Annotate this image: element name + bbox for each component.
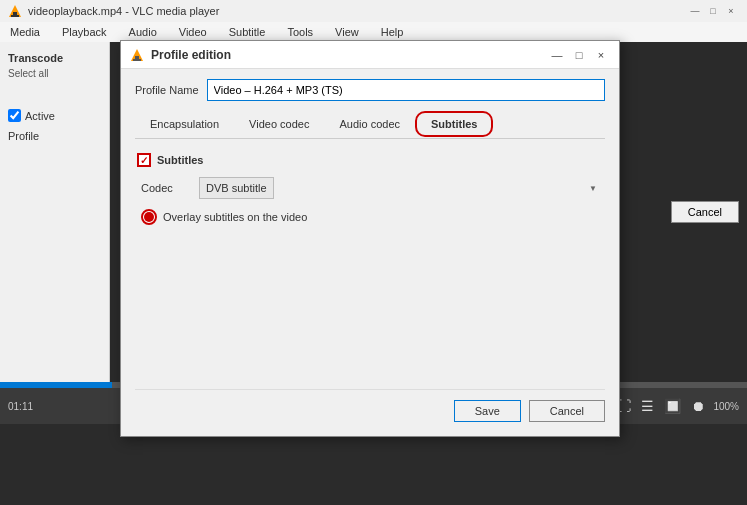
dialog-close-button[interactable]: × xyxy=(591,46,611,64)
svg-rect-2 xyxy=(11,15,19,17)
profile-name-input[interactable] xyxy=(207,79,605,101)
dialog-titlebar-controls: — □ × xyxy=(547,46,611,64)
tab-subtitles[interactable]: Subtitles xyxy=(415,111,493,137)
subtitles-tab-content: Subtitles Codec DVB subtitle xyxy=(135,149,605,229)
menu-audio[interactable]: Audio xyxy=(125,24,161,40)
vlc-sidebar: Transcode Select all Active Profile xyxy=(0,42,110,382)
vlc-volume-label: 100% xyxy=(713,401,739,412)
vlc-maximize-button[interactable]: □ xyxy=(705,3,721,19)
profile-name-label: Profile Name xyxy=(135,84,199,96)
codec-select-wrapper: DVB subtitle xyxy=(199,177,603,199)
codec-select[interactable]: DVB subtitle xyxy=(199,177,274,199)
dialog-title: Profile edition xyxy=(151,48,231,62)
svg-rect-5 xyxy=(133,59,141,61)
menu-subtitle[interactable]: Subtitle xyxy=(225,24,270,40)
sidebar-transcode-label: Transcode xyxy=(8,52,101,64)
playlist-button[interactable]: ☰ xyxy=(639,396,656,416)
overlay-label: Overlay subtitles on the video xyxy=(163,211,307,223)
dialog-vlc-icon xyxy=(129,47,145,63)
tab-audio-codec[interactable]: Audio codec xyxy=(324,112,415,139)
sidebar-select-label: Select all xyxy=(8,68,101,79)
sidebar-active-row: Active xyxy=(8,109,101,122)
codec-row: Codec DVB subtitle xyxy=(141,177,603,199)
menu-view[interactable]: View xyxy=(331,24,363,40)
dialog-save-button[interactable]: Save xyxy=(454,400,521,422)
vlc-menubar: Media Playback Audio Video Subtitle Tool… xyxy=(0,22,747,42)
vlc-titlebar: videoplayback.mp4 - VLC media player — □… xyxy=(0,0,747,22)
vlc-window-title: videoplayback.mp4 - VLC media player xyxy=(28,5,219,17)
vlc-close-button[interactable]: × xyxy=(723,3,739,19)
profile-name-row: Profile Name xyxy=(135,79,605,101)
subtitles-section-label: Subtitles xyxy=(157,154,203,166)
dialog-cancel-button[interactable]: Cancel xyxy=(529,400,605,422)
subtitles-checkbox[interactable] xyxy=(137,153,151,167)
tabs-row: Encapsulation Video codec Audio codec Su… xyxy=(135,111,605,139)
tab-encapsulation[interactable]: Encapsulation xyxy=(135,112,234,139)
vlc-titlebar-controls: — □ × xyxy=(687,3,739,19)
sidebar-active-label: Active xyxy=(25,110,55,122)
overlay-checkbox-fill xyxy=(144,212,154,222)
record-button[interactable]: ⏺ xyxy=(689,396,707,416)
sidebar-profile-label: Profile xyxy=(8,130,101,142)
extended-button[interactable]: 🔲 xyxy=(662,396,683,416)
menu-tools[interactable]: Tools xyxy=(283,24,317,40)
dialog-minimize-button[interactable]: — xyxy=(547,46,567,64)
codec-label: Codec xyxy=(141,182,191,194)
menu-video[interactable]: Video xyxy=(175,24,211,40)
dialog-body: Profile Name Encapsulation Video codec A… xyxy=(121,69,619,436)
sidebar-active-checkbox[interactable] xyxy=(8,109,21,122)
tab-video-codec[interactable]: Video codec xyxy=(234,112,324,139)
menu-help[interactable]: Help xyxy=(377,24,408,40)
overlay-subtitles-row: Overlay subtitles on the video xyxy=(141,209,603,225)
main-cancel-button[interactable]: Cancel xyxy=(671,201,739,223)
overlay-checkbox[interactable] xyxy=(141,209,157,225)
dialog-titlebar: Profile edition — □ × xyxy=(121,41,619,69)
vlc-logo-icon xyxy=(8,4,22,18)
menu-playback[interactable]: Playback xyxy=(58,24,111,40)
dialog-footer: Save Cancel xyxy=(135,389,605,422)
vlc-main-window: videoplayback.mp4 - VLC media player — □… xyxy=(0,0,747,505)
menu-media[interactable]: Media xyxy=(6,24,44,40)
vlc-minimize-button[interactable]: — xyxy=(687,3,703,19)
vlc-progress-fill xyxy=(0,382,112,388)
vlc-current-time: 01:11 xyxy=(8,401,33,412)
subtitles-section-header: Subtitles xyxy=(137,153,603,167)
profile-edition-dialog: Profile edition — □ × Profile Name Encap… xyxy=(120,40,620,437)
dialog-maximize-button[interactable]: □ xyxy=(569,46,589,64)
